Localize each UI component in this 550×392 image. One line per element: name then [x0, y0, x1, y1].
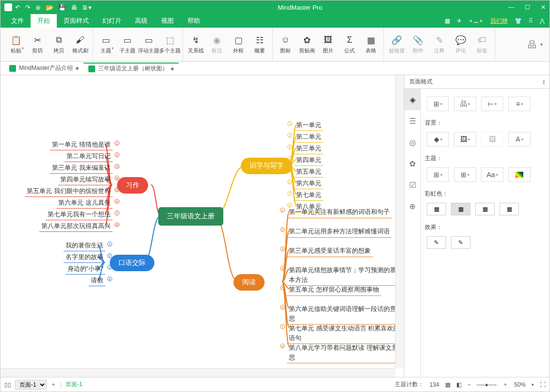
rainbow-2[interactable]: ▦	[451, 203, 470, 215]
leaf[interactable]: 5第五单元 我们眼中的缤纷世界	[25, 186, 113, 197]
zoom-dropdown-icon[interactable]: ▾	[532, 382, 534, 387]
ribbon-overflow-icon[interactable]: 品	[528, 39, 536, 50]
open-icon[interactable]: 📂	[46, 4, 53, 11]
layout-btn-2[interactable]: 品▾	[454, 97, 476, 111]
font-btn[interactable]: Aa▾	[481, 167, 503, 182]
layout-btn-4[interactable]: ≡▾	[508, 97, 531, 111]
ribbon-图片[interactable]: 🖼图片	[317, 30, 339, 59]
leaf[interactable]: 1第一单元	[294, 120, 323, 131]
scrollbar-vertical[interactable]	[395, 75, 404, 368]
sb-pages-icon[interactable]: ▯▯	[4, 381, 11, 388]
print-icon[interactable]: 🖶	[71, 4, 77, 11]
leaf[interactable]: 4第四单元猜想故事情节；学习预测的基本方法	[287, 264, 404, 286]
export-icon[interactable]: 🗎▾	[82, 4, 92, 11]
menu-视图[interactable]: 视图	[154, 14, 181, 28]
leaf[interactable]: 1第一单元 猜猜他是谁	[50, 139, 113, 150]
ribbon-超链接[interactable]: 🔗超链接	[386, 30, 407, 59]
bg-image-btn[interactable]: 🖼▾	[454, 132, 476, 147]
ribbon-浮动主题[interactable]: ▭浮动主题	[138, 30, 159, 59]
user-link[interactable]: 我们肆	[490, 17, 508, 25]
rp-tab-icons[interactable]: ◎	[404, 131, 420, 153]
menu-开始[interactable]: 开始	[31, 14, 57, 28]
branch-口语交际[interactable]: 口语交际	[110, 255, 154, 271]
ribbon-图标[interactable]: ☺图标	[275, 30, 296, 59]
save-icon[interactable]: 💾	[58, 4, 66, 11]
ribbon-子主题[interactable]: ▭子主题	[117, 30, 138, 59]
theme-btn-1[interactable]: ⊞▾	[427, 167, 449, 182]
rainbow-1[interactable]: ▦	[427, 203, 446, 215]
rainbow-4[interactable]: ▦	[500, 203, 519, 215]
ribbon-拷贝[interactable]: ⧉拷贝	[48, 30, 69, 59]
ribbon-剪切[interactable]: ✂剪切	[27, 30, 48, 59]
leaf[interactable]: 8第八单元学习带着问题默读 理解课文意思	[287, 342, 404, 363]
leaf[interactable]: 4第四单元续写故事	[58, 174, 113, 185]
sb-icon-1[interactable]: ▦	[445, 381, 450, 388]
menu-幻灯片[interactable]: 幻灯片	[96, 14, 128, 28]
bg-remove-btn[interactable]: 🖼	[481, 132, 503, 147]
ribbon-剪贴画[interactable]: ✿剪贴画	[296, 30, 317, 59]
menu-高级[interactable]: 高级	[128, 14, 154, 28]
maximize-icon[interactable]: ☐	[525, 4, 530, 11]
rainbow-3[interactable]: ▦	[475, 203, 495, 215]
shirt-icon[interactable]: 👕	[515, 17, 522, 24]
minimize-icon[interactable]: —	[508, 4, 514, 11]
leaf[interactable]: 7第七单元我有一个想法	[46, 209, 113, 220]
add-page-icon[interactable]: ＋	[50, 380, 56, 389]
scrollbar-horizontal[interactable]	[0, 368, 395, 377]
rp-tab-history[interactable]: ⊕	[404, 196, 420, 217]
ribbon-外框[interactable]: ▢外框	[228, 30, 249, 59]
share-icon[interactable]: ⚬⚊⚬	[468, 17, 483, 24]
branch-习作[interactable]: 习作	[117, 177, 148, 194]
ribbon-关系线[interactable]: ↯关系线	[185, 30, 206, 59]
menu-文件[interactable]: 文件	[4, 14, 31, 28]
ribbon-标注[interactable]: ◉标注	[206, 30, 228, 59]
ribbon-附件[interactable]: 📎附件	[407, 30, 429, 59]
fit-icon[interactable]: ⛶	[540, 381, 546, 388]
close-icon[interactable]: ✕	[541, 4, 546, 11]
leaf[interactable]: 6第六单元	[294, 178, 323, 189]
leaf[interactable]: 7第七单元 感受课文生动语言 积累喜欢的语句	[287, 323, 404, 344]
bg-color-btn[interactable]: ◆▾	[427, 132, 449, 147]
ribbon-粘贴[interactable]: 📋粘贴▾	[5, 30, 27, 59]
leaf[interactable]: 2第二单元运用多种方法理解难懂词语	[287, 226, 392, 238]
ribbon-more-icon[interactable]: ▾	[540, 42, 543, 47]
ribbon-公式[interactable]: Σ公式	[339, 30, 360, 59]
rp-tab-clipart[interactable]: ✿	[404, 153, 420, 174]
color-btn[interactable]	[508, 167, 531, 182]
page-select[interactable]: 页面-1	[15, 380, 47, 390]
ribbon-主题[interactable]: ▭主题▾	[95, 30, 117, 59]
leaf[interactable]: 1第一单元关注有新鲜感的词语和句子	[287, 206, 392, 218]
theme-btn-2[interactable]: ⊞▾	[454, 167, 476, 182]
ribbon-格式刷[interactable]: 🖌格式刷	[69, 30, 91, 59]
zoom-in-icon[interactable]: ＋	[502, 380, 508, 389]
leaf[interactable]: 3第三单元	[294, 143, 323, 154]
watermark-btn[interactable]: A▾	[508, 132, 531, 147]
mindmap-center[interactable]: 三年级语文上册	[158, 207, 223, 226]
ribbon-评论[interactable]: 💬评论	[450, 30, 471, 59]
effect-2[interactable]: ✎	[451, 236, 470, 249]
leaf[interactable]: 3身边的"小事"	[66, 263, 105, 275]
apps-icon[interactable]: ⠿	[529, 17, 533, 24]
canvas[interactable]: 三年级语文上册习作1第一单元 猜猜他是谁2第二单元写日记3第三单元 我来编童话4…	[0, 75, 404, 377]
effect-1[interactable]: ✎	[427, 236, 446, 249]
ribbon-注释[interactable]: ✎注释	[429, 30, 450, 59]
leaf[interactable]: 4第四单元	[294, 155, 323, 166]
leaf[interactable]: 5第五单元 怎样留心观察周围事物	[287, 284, 381, 296]
sb-icon-2[interactable]: ◧	[456, 381, 462, 388]
rp-tab-format[interactable]: ◈	[404, 89, 420, 110]
new-icon[interactable]: ⊕	[35, 4, 41, 11]
leaf[interactable]: 5第五单元	[294, 166, 323, 178]
doctab-三年级语文上册（树状图）[interactable]: 三年级语文上册（树状图）	[83, 63, 179, 74]
menu-帮助[interactable]: 帮助	[181, 14, 207, 28]
menu-页面样式[interactable]: 页面样式	[57, 14, 96, 28]
zoom-out-icon[interactable]: −	[467, 381, 471, 388]
leaf[interactable]: 6第六单元 这儿真美	[56, 197, 113, 209]
undo-icon[interactable]: ↶	[15, 4, 20, 11]
leaf[interactable]: 4请教	[89, 275, 105, 286]
layout-btn-3[interactable]: ⊢▾	[481, 97, 503, 111]
leaf[interactable]: 3第三单元感受童话丰富的想象	[287, 245, 373, 257]
layout-btn-1[interactable]: ⊞▾	[427, 97, 449, 111]
ribbon-标签[interactable]: 🏷标签	[471, 30, 493, 59]
rp-tab-outline[interactable]: ☰	[404, 110, 420, 131]
doctab-MindMaster产品介绍[interactable]: MindMaster产品介绍	[4, 63, 83, 74]
